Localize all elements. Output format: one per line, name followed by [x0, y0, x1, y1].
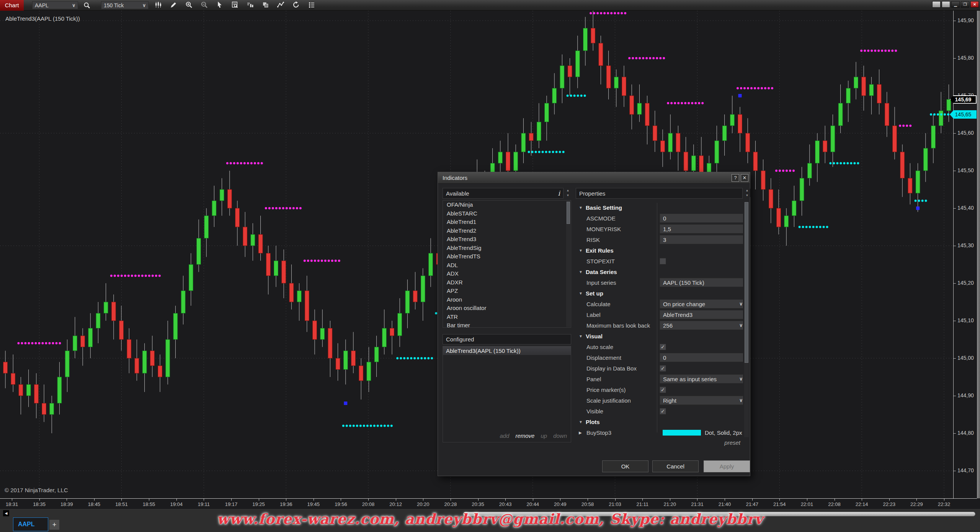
restore-button[interactable]: ❐	[961, 1, 969, 8]
available-item[interactable]: AbleTrend2	[443, 227, 571, 235]
available-item[interactable]: ADXR	[443, 278, 571, 287]
candle-up	[521, 133, 526, 152]
sell-stop-dot	[743, 87, 746, 89]
section-header[interactable]: ▼Set up	[576, 288, 743, 299]
instrument-combo[interactable]: AAPL ∨	[32, 1, 78, 9]
sell-stop-dot	[764, 87, 766, 89]
cursor-icon[interactable]	[214, 0, 225, 10]
plot-color-swatch[interactable]	[663, 430, 701, 436]
data-box-icon[interactable]	[229, 0, 240, 10]
available-item[interactable]: AbleTrendSig	[443, 244, 571, 253]
property-input[interactable]: 1,5	[660, 224, 743, 233]
property-input[interactable]: 0	[660, 214, 743, 223]
vertical-scale-grip[interactable]	[977, 11, 980, 498]
time-label: 20:49	[554, 501, 567, 507]
close-button[interactable]: ✕	[970, 1, 979, 8]
available-item[interactable]: APZ	[443, 287, 571, 295]
property-input[interactable]: AAPL (150 Tick)	[660, 278, 743, 287]
interval-combo[interactable]: 150 Tick ∨	[101, 1, 149, 9]
up-link[interactable]: up	[541, 432, 547, 439]
minimize-button[interactable]: ▁	[951, 1, 960, 8]
time-tick	[67, 499, 67, 501]
price-axis[interactable]: 145,90145,80145,70145,60145,50145,40145,…	[953, 11, 977, 498]
section-header[interactable]: ▼Basic Setting	[576, 202, 743, 213]
property-input[interactable]: 0	[660, 353, 743, 362]
section-header[interactable]: ▼Exit Rules	[576, 245, 743, 256]
sell-stop-dot	[656, 57, 658, 59]
info-icon[interactable]: i	[558, 189, 560, 197]
zoom-out-icon[interactable]	[198, 0, 210, 10]
properties-icon[interactable]	[305, 0, 317, 10]
buy-stop-dot	[812, 226, 815, 228]
property-select[interactable]: 256∨	[660, 321, 743, 330]
property-checkbox[interactable]	[660, 258, 666, 264]
spin-down-icon[interactable]: ▼	[746, 194, 749, 197]
property-checkbox[interactable]: ✓	[660, 365, 666, 372]
cancel-button[interactable]: Cancel	[652, 460, 699, 472]
section-header[interactable]: ▼Data Series	[576, 266, 743, 277]
spin-up-icon[interactable]: ▲	[746, 189, 749, 192]
help-button[interactable]: ?	[732, 174, 739, 182]
time-axis[interactable]: 18:3118:3518:3918:4518:5118:5519:0419:11…	[0, 498, 977, 509]
sell-stop-dot	[652, 57, 655, 59]
close-button[interactable]: ✕	[741, 174, 748, 182]
dialog-titlebar[interactable]: Indicators ? ✕	[438, 172, 750, 184]
ok-button[interactable]: OK	[602, 460, 648, 472]
spin-up-icon[interactable]: ▲	[567, 189, 570, 192]
sell-stop-dot	[593, 12, 595, 14]
draw-icon[interactable]	[168, 0, 179, 10]
sell-stop-dot	[786, 170, 788, 172]
reload-icon[interactable]	[290, 0, 302, 10]
configured-item-selected[interactable]: AbleTrend3(AAPL (150 Tick))	[443, 346, 571, 356]
sell-stop-dot	[881, 49, 883, 52]
zoom-in-icon[interactable]	[183, 0, 194, 10]
property-select[interactable]: Right∨	[660, 396, 743, 405]
section-header[interactable]: ▼Plots	[576, 416, 743, 427]
property-input[interactable]: 3	[660, 235, 743, 244]
panel-right-button[interactable]	[942, 1, 950, 8]
available-item[interactable]: Aroon oscillator	[443, 304, 571, 313]
spin-down-icon[interactable]: ▼	[567, 194, 570, 197]
available-item[interactable]: AbleTrendTS	[443, 252, 571, 261]
add-link[interactable]: add	[500, 432, 509, 439]
buy-stop-dot	[545, 151, 547, 153]
configured-list[interactable]: AbleTrend3(AAPL (150 Tick))addremoveupdo…	[443, 346, 571, 442]
scrollbar-thumb[interactable]	[567, 202, 570, 224]
available-item[interactable]: AbleSTARC	[443, 209, 571, 218]
panel-left-button[interactable]	[932, 1, 941, 8]
property-checkbox[interactable]: ✓	[660, 408, 666, 415]
available-item[interactable]: AbleTrend3	[443, 235, 571, 244]
expand-icon[interactable]: ▶	[579, 431, 582, 435]
available-item[interactable]: ATR	[443, 313, 571, 321]
property-checkbox[interactable]: ✓	[660, 387, 666, 393]
buy-stop-dot	[836, 162, 838, 164]
available-item[interactable]: OFA/Ninja	[443, 201, 571, 209]
available-item[interactable]: Aroon	[443, 295, 571, 304]
candle-up	[939, 111, 943, 126]
panels-icon[interactable]	[260, 0, 271, 10]
chart-trader-icon[interactable]	[244, 0, 256, 10]
section-header[interactable]: ▼Visual	[576, 331, 743, 341]
remove-link[interactable]: remove	[515, 432, 534, 439]
available-item[interactable]: ADL	[443, 261, 571, 270]
search-icon[interactable]	[81, 1, 93, 10]
candle-down	[19, 385, 23, 396]
available-item[interactable]: Bar timer	[443, 321, 571, 328]
property-input[interactable]: AbleTrend3	[660, 310, 743, 319]
property-checkbox[interactable]: ✓	[660, 344, 666, 350]
property-row: ASCMODE0	[576, 213, 743, 224]
indicators-icon[interactable]	[275, 0, 286, 10]
available-scrollbar[interactable]	[566, 201, 570, 327]
available-item[interactable]: ADX	[443, 269, 571, 278]
property-select[interactable]: Same as input series∨	[660, 374, 743, 383]
preset-link[interactable]: preset	[576, 439, 740, 446]
apply-button[interactable]: Apply	[704, 460, 750, 472]
available-item[interactable]: AbleTrend1	[443, 218, 571, 227]
available-list[interactable]: OFA/NinjaAbleSTARCAbleTrend1AbleTrend2Ab…	[443, 200, 571, 328]
property-select[interactable]: On price change∨	[660, 299, 743, 308]
candle-up	[792, 201, 796, 215]
scrollbar-thumb[interactable]	[745, 202, 748, 363]
properties-scrollbar[interactable]	[744, 202, 749, 437]
down-link[interactable]: down	[553, 432, 567, 439]
chart-style-icon[interactable]	[152, 0, 164, 10]
